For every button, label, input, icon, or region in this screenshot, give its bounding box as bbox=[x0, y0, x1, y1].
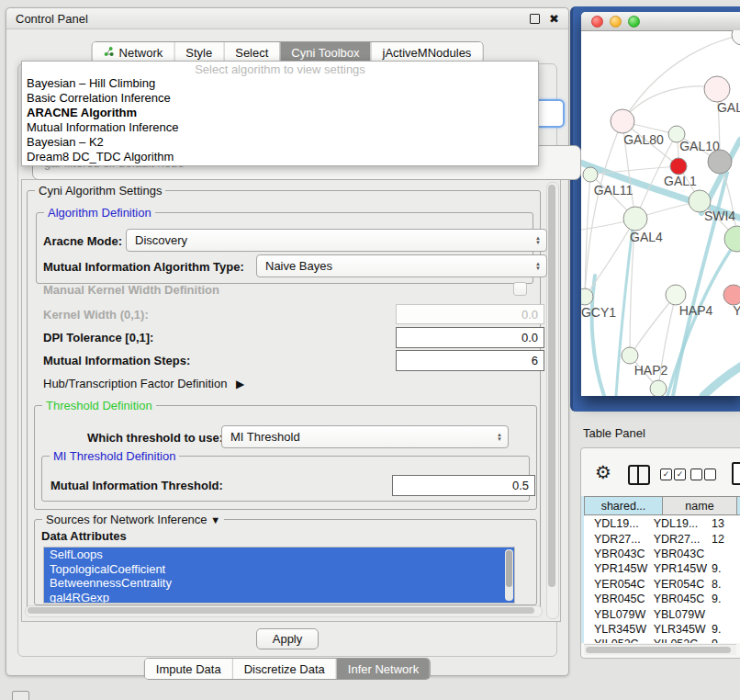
float-icon[interactable] bbox=[530, 14, 540, 24]
table-cell: YBR043C bbox=[649, 548, 710, 560]
column-header-shared-[interactable]: shared... bbox=[584, 496, 663, 515]
algorithm-option-mutual-information-inference[interactable]: Mutual Information Inference bbox=[22, 120, 538, 135]
table-row[interactable]: YER054CYER054C8. bbox=[584, 577, 740, 592]
table-cell: 9. bbox=[710, 623, 740, 636]
node-label-hap2: HAP2 bbox=[634, 363, 668, 378]
check-all-icon2[interactable]: ✓ bbox=[674, 469, 686, 480]
dpi-tolerance-label: DPI Tolerance [0,1]: bbox=[43, 331, 153, 344]
threshold-definition-title: Threshold Definition bbox=[42, 399, 156, 412]
table-row[interactable]: YBR045CYBR045C9. bbox=[584, 592, 740, 606]
algorithm-option-aracne-algorithm[interactable]: ARACNE Algorithm bbox=[22, 106, 538, 120]
node-label-hap4: HAP4 bbox=[679, 303, 713, 318]
network-node-hap2[interactable] bbox=[622, 347, 638, 364]
network-node[interactable] bbox=[708, 150, 732, 174]
table-row[interactable]: YDR27...YDR27...12 bbox=[584, 531, 740, 546]
data-attributes-list[interactable]: SelfLoopsTopologicalCoefficientBetweenne… bbox=[43, 547, 515, 604]
mi-threshold-field[interactable]: 0.5 bbox=[392, 475, 535, 496]
which-threshold-label: Which threshold to use: bbox=[87, 431, 223, 445]
close-light-icon[interactable] bbox=[591, 16, 603, 28]
network-edge[interactable] bbox=[592, 276, 604, 396]
close-icon[interactable]: ✖ bbox=[549, 15, 559, 23]
aracne-mode-combobox[interactable]: Discovery ▲▼ bbox=[126, 229, 547, 252]
network-canvas[interactable]: GALGAL80GAL10GAL11GAL1SWI4GAL4GCY1HAP4YH… bbox=[581, 30, 740, 396]
uncheck-all-icon2[interactable] bbox=[704, 469, 716, 480]
attribute-item-topologicalcoefficient[interactable]: TopologicalCoefficient bbox=[44, 562, 514, 577]
column-header-name[interactable]: name bbox=[663, 496, 737, 515]
tab-jactivemnodules-label: jActiveMNodules bbox=[383, 46, 472, 60]
new-table-icon[interactable] bbox=[732, 462, 740, 485]
network-edge[interactable] bbox=[585, 175, 590, 297]
tab-style[interactable]: Style bbox=[174, 42, 223, 62]
network-node-gal4[interactable] bbox=[623, 207, 647, 231]
node-label-y: Y bbox=[733, 303, 740, 318]
control-panel-window: Control Panel ✖ NetworkStyleSelectCyni T… bbox=[6, 7, 569, 676]
network-node-gal11[interactable] bbox=[583, 167, 598, 182]
network-node-gal[interactable] bbox=[704, 76, 730, 102]
zoom-light-icon[interactable] bbox=[628, 16, 640, 28]
tab-jactivemnodules[interactable]: jActiveMNodules bbox=[371, 42, 483, 62]
table-row[interactable]: YLR345WYLR345W9. bbox=[584, 622, 740, 637]
bottom-tab-discretize-data[interactable]: Discretize Data bbox=[232, 659, 336, 679]
network-node-gcy1[interactable] bbox=[581, 288, 593, 305]
which-threshold-combobox[interactable]: MI Threshold ▲▼ bbox=[221, 425, 509, 448]
apply-button[interactable]: Apply bbox=[256, 628, 319, 649]
settings-vertical-scrollbar[interactable] bbox=[546, 182, 559, 619]
bottom-tab-impute-data-label: Impute Data bbox=[156, 662, 221, 676]
kernel-width-field[interactable]: 0.0 bbox=[396, 304, 544, 324]
tab-cyni-toolbox[interactable]: Cyni Toolbox bbox=[279, 42, 370, 62]
network-node[interactable] bbox=[732, 30, 740, 45]
attributes-scrollbar[interactable] bbox=[505, 549, 513, 601]
table-row[interactable]: YBR043CYBR043C bbox=[584, 547, 740, 561]
algorithm-option-bayesian-k2[interactable]: Bayesian – K2 bbox=[22, 135, 538, 150]
manual-kernel-checkbox[interactable] bbox=[513, 282, 527, 296]
table-header: shared...name bbox=[584, 496, 740, 515]
network-node-gal80[interactable] bbox=[611, 109, 634, 133]
table-cell: YBL079W bbox=[584, 608, 649, 621]
algorithm-option-bayesian-hill-climbing[interactable]: Bayesian – Hill Climbing bbox=[22, 76, 538, 91]
mi-steps-label: Mutual Information Steps: bbox=[43, 354, 190, 367]
gear-icon[interactable]: ⚙ bbox=[595, 463, 611, 481]
settings-horizontal-scrollbar[interactable] bbox=[25, 605, 543, 617]
bottom-tab-impute-data[interactable]: Impute Data bbox=[145, 659, 232, 679]
network-node[interactable] bbox=[650, 380, 667, 396]
sources-group-title[interactable]: Sources for Network Inference ▼ bbox=[42, 513, 224, 526]
table-cell: YBL079W bbox=[649, 608, 710, 621]
table-cell: YER054C bbox=[649, 578, 710, 591]
tab-select[interactable]: Select bbox=[223, 42, 279, 62]
uncheck-all-icon[interactable] bbox=[690, 469, 702, 480]
split-columns-icon[interactable] bbox=[628, 465, 650, 485]
network-node-y[interactable] bbox=[723, 285, 740, 305]
tab-select-label: Select bbox=[235, 46, 268, 60]
bottom-tab-infer-network-label: Infer Network bbox=[348, 662, 419, 676]
table-row[interactable]: YIL052CYIL052C9 bbox=[584, 637, 740, 643]
dpi-tolerance-field[interactable]: 0.0 bbox=[396, 327, 544, 348]
table-row[interactable]: YBL079WYBL079W bbox=[584, 606, 740, 621]
bottom-tab-infer-network[interactable]: Infer Network bbox=[336, 659, 430, 679]
algorithm-option-basic-correlation-inference[interactable]: Basic Correlation Inference bbox=[22, 91, 538, 106]
table-horizontal-scrollbar[interactable] bbox=[584, 644, 736, 655]
network-node-hap4[interactable] bbox=[666, 285, 686, 305]
algorithm-option-dream8-dc-tdc-algorithm[interactable]: Dream8 DC_TDC Algorithm bbox=[22, 150, 538, 164]
table-cell: YPR145W bbox=[649, 562, 710, 575]
mi-steps-field[interactable]: 6 bbox=[396, 350, 544, 371]
tab-network[interactable]: Network bbox=[93, 42, 174, 62]
tab-cyni-toolbox-label: Cyni Toolbox bbox=[291, 46, 359, 60]
network-edge[interactable] bbox=[703, 366, 740, 396]
network-node-swi4[interactable] bbox=[724, 226, 740, 252]
minimize-light-icon[interactable] bbox=[610, 16, 622, 28]
attribute-item-betweennesscentrality[interactable]: BetweennessCentrality bbox=[44, 576, 514, 591]
mi-type-combobox[interactable]: Naive Bayes ▲▼ bbox=[256, 254, 547, 277]
attribute-item-gal4rgexp[interactable]: gal4RGexp bbox=[44, 591, 514, 604]
attribute-item-selfloops[interactable]: SelfLoops bbox=[44, 548, 514, 562]
hub-definition-toggle[interactable]: Hub/Transcription Factor Definition ▶ bbox=[43, 377, 244, 390]
table-row[interactable]: YDL19...YDL19...13 bbox=[584, 516, 740, 531]
table-cell: YDL19... bbox=[584, 517, 649, 530]
table-row[interactable]: YPR145WYPR145W9. bbox=[584, 561, 740, 576]
table-cell: YER054C bbox=[584, 578, 649, 591]
aracne-mode-label: Aracne Mode: bbox=[43, 234, 122, 248]
network-node[interactable] bbox=[670, 158, 687, 175]
check-all-icon[interactable]: ✓ bbox=[660, 469, 672, 480]
network-edge[interactable] bbox=[622, 86, 717, 121]
network-window-titlebar bbox=[581, 12, 740, 31]
tab-network-label: Network bbox=[119, 46, 163, 60]
